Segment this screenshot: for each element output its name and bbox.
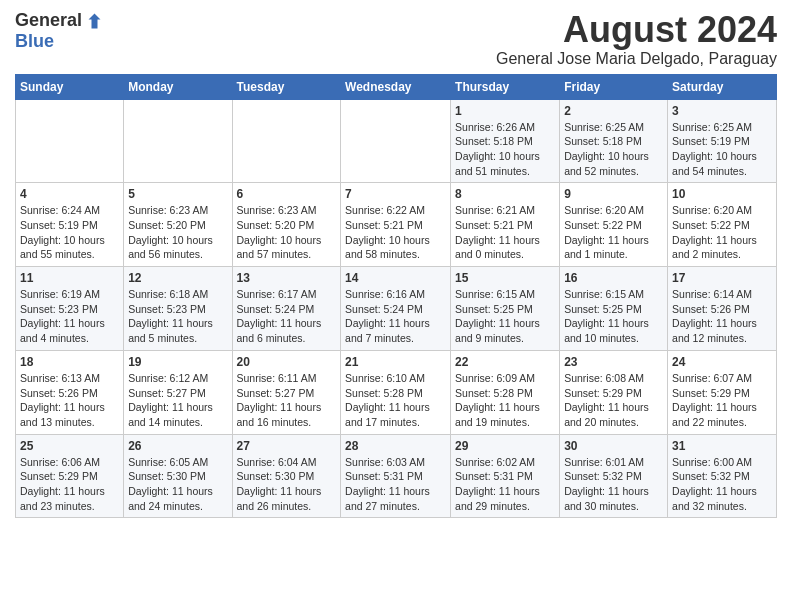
- calendar-cell: 29Sunrise: 6:02 AM Sunset: 5:31 PM Dayli…: [451, 434, 560, 518]
- day-number: 8: [455, 187, 555, 201]
- day-number: 25: [20, 439, 119, 453]
- day-number: 13: [237, 271, 337, 285]
- day-number: 14: [345, 271, 446, 285]
- day-number: 20: [237, 355, 337, 369]
- day-header-saturday: Saturday: [668, 74, 777, 99]
- calendar-header: SundayMondayTuesdayWednesdayThursdayFrid…: [16, 74, 777, 99]
- calendar-body: 1Sunrise: 6:26 AM Sunset: 5:18 PM Daylig…: [16, 99, 777, 518]
- calendar-week-4: 18Sunrise: 6:13 AM Sunset: 5:26 PM Dayli…: [16, 350, 777, 434]
- day-info: Sunrise: 6:15 AM Sunset: 5:25 PM Dayligh…: [455, 287, 555, 346]
- page-header: General Blue August 2024 General Jose Ma…: [15, 10, 777, 68]
- calendar-week-1: 1Sunrise: 6:26 AM Sunset: 5:18 PM Daylig…: [16, 99, 777, 183]
- calendar-cell: [341, 99, 451, 183]
- day-header-sunday: Sunday: [16, 74, 124, 99]
- calendar-cell: [16, 99, 124, 183]
- day-info: Sunrise: 6:25 AM Sunset: 5:18 PM Dayligh…: [564, 120, 663, 179]
- calendar-cell: 28Sunrise: 6:03 AM Sunset: 5:31 PM Dayli…: [341, 434, 451, 518]
- day-info: Sunrise: 6:19 AM Sunset: 5:23 PM Dayligh…: [20, 287, 119, 346]
- calendar-cell: 26Sunrise: 6:05 AM Sunset: 5:30 PM Dayli…: [124, 434, 232, 518]
- calendar-cell: 5Sunrise: 6:23 AM Sunset: 5:20 PM Daylig…: [124, 183, 232, 267]
- day-header-tuesday: Tuesday: [232, 74, 341, 99]
- day-number: 21: [345, 355, 446, 369]
- day-info: Sunrise: 6:20 AM Sunset: 5:22 PM Dayligh…: [672, 203, 772, 262]
- day-info: Sunrise: 6:16 AM Sunset: 5:24 PM Dayligh…: [345, 287, 446, 346]
- day-info: Sunrise: 6:05 AM Sunset: 5:30 PM Dayligh…: [128, 455, 227, 514]
- calendar-cell: 31Sunrise: 6:00 AM Sunset: 5:32 PM Dayli…: [668, 434, 777, 518]
- calendar-cell: 7Sunrise: 6:22 AM Sunset: 5:21 PM Daylig…: [341, 183, 451, 267]
- logo: General Blue: [15, 10, 102, 52]
- day-number: 9: [564, 187, 663, 201]
- day-number: 17: [672, 271, 772, 285]
- day-info: Sunrise: 6:08 AM Sunset: 5:29 PM Dayligh…: [564, 371, 663, 430]
- calendar-cell: [232, 99, 341, 183]
- calendar-cell: 21Sunrise: 6:10 AM Sunset: 5:28 PM Dayli…: [341, 350, 451, 434]
- calendar-cell: 4Sunrise: 6:24 AM Sunset: 5:19 PM Daylig…: [16, 183, 124, 267]
- day-info: Sunrise: 6:07 AM Sunset: 5:29 PM Dayligh…: [672, 371, 772, 430]
- calendar-cell: 8Sunrise: 6:21 AM Sunset: 5:21 PM Daylig…: [451, 183, 560, 267]
- day-number: 2: [564, 104, 663, 118]
- day-info: Sunrise: 6:11 AM Sunset: 5:27 PM Dayligh…: [237, 371, 337, 430]
- calendar-cell: 30Sunrise: 6:01 AM Sunset: 5:32 PM Dayli…: [560, 434, 668, 518]
- day-number: 16: [564, 271, 663, 285]
- day-number: 10: [672, 187, 772, 201]
- day-info: Sunrise: 6:22 AM Sunset: 5:21 PM Dayligh…: [345, 203, 446, 262]
- calendar-cell: 17Sunrise: 6:14 AM Sunset: 5:26 PM Dayli…: [668, 267, 777, 351]
- calendar-week-2: 4Sunrise: 6:24 AM Sunset: 5:19 PM Daylig…: [16, 183, 777, 267]
- calendar-cell: 15Sunrise: 6:15 AM Sunset: 5:25 PM Dayli…: [451, 267, 560, 351]
- day-info: Sunrise: 6:26 AM Sunset: 5:18 PM Dayligh…: [455, 120, 555, 179]
- logo-icon: [84, 12, 102, 30]
- calendar-cell: 11Sunrise: 6:19 AM Sunset: 5:23 PM Dayli…: [16, 267, 124, 351]
- day-info: Sunrise: 6:01 AM Sunset: 5:32 PM Dayligh…: [564, 455, 663, 514]
- calendar-cell: 27Sunrise: 6:04 AM Sunset: 5:30 PM Dayli…: [232, 434, 341, 518]
- day-info: Sunrise: 6:13 AM Sunset: 5:26 PM Dayligh…: [20, 371, 119, 430]
- calendar-table: SundayMondayTuesdayWednesdayThursdayFrid…: [15, 74, 777, 519]
- day-info: Sunrise: 6:04 AM Sunset: 5:30 PM Dayligh…: [237, 455, 337, 514]
- day-number: 26: [128, 439, 227, 453]
- calendar-cell: 20Sunrise: 6:11 AM Sunset: 5:27 PM Dayli…: [232, 350, 341, 434]
- day-number: 6: [237, 187, 337, 201]
- day-number: 24: [672, 355, 772, 369]
- logo-general-text: General: [15, 10, 82, 31]
- calendar-cell: 19Sunrise: 6:12 AM Sunset: 5:27 PM Dayli…: [124, 350, 232, 434]
- calendar-cell: 6Sunrise: 6:23 AM Sunset: 5:20 PM Daylig…: [232, 183, 341, 267]
- day-number: 15: [455, 271, 555, 285]
- calendar-cell: 23Sunrise: 6:08 AM Sunset: 5:29 PM Dayli…: [560, 350, 668, 434]
- day-info: Sunrise: 6:18 AM Sunset: 5:23 PM Dayligh…: [128, 287, 227, 346]
- day-header-friday: Friday: [560, 74, 668, 99]
- day-info: Sunrise: 6:23 AM Sunset: 5:20 PM Dayligh…: [237, 203, 337, 262]
- day-number: 28: [345, 439, 446, 453]
- day-header-thursday: Thursday: [451, 74, 560, 99]
- calendar-cell: 25Sunrise: 6:06 AM Sunset: 5:29 PM Dayli…: [16, 434, 124, 518]
- calendar-cell: 9Sunrise: 6:20 AM Sunset: 5:22 PM Daylig…: [560, 183, 668, 267]
- day-info: Sunrise: 6:17 AM Sunset: 5:24 PM Dayligh…: [237, 287, 337, 346]
- calendar-cell: 22Sunrise: 6:09 AM Sunset: 5:28 PM Dayli…: [451, 350, 560, 434]
- day-info: Sunrise: 6:03 AM Sunset: 5:31 PM Dayligh…: [345, 455, 446, 514]
- calendar-week-3: 11Sunrise: 6:19 AM Sunset: 5:23 PM Dayli…: [16, 267, 777, 351]
- calendar-cell: 14Sunrise: 6:16 AM Sunset: 5:24 PM Dayli…: [341, 267, 451, 351]
- day-number: 31: [672, 439, 772, 453]
- day-info: Sunrise: 6:10 AM Sunset: 5:28 PM Dayligh…: [345, 371, 446, 430]
- day-number: 7: [345, 187, 446, 201]
- calendar-week-5: 25Sunrise: 6:06 AM Sunset: 5:29 PM Dayli…: [16, 434, 777, 518]
- day-number: 23: [564, 355, 663, 369]
- calendar-cell: 3Sunrise: 6:25 AM Sunset: 5:19 PM Daylig…: [668, 99, 777, 183]
- day-number: 5: [128, 187, 227, 201]
- day-info: Sunrise: 6:02 AM Sunset: 5:31 PM Dayligh…: [455, 455, 555, 514]
- calendar-cell: 13Sunrise: 6:17 AM Sunset: 5:24 PM Dayli…: [232, 267, 341, 351]
- day-header-monday: Monday: [124, 74, 232, 99]
- day-number: 4: [20, 187, 119, 201]
- day-info: Sunrise: 6:24 AM Sunset: 5:19 PM Dayligh…: [20, 203, 119, 262]
- day-number: 19: [128, 355, 227, 369]
- day-number: 27: [237, 439, 337, 453]
- day-info: Sunrise: 6:21 AM Sunset: 5:21 PM Dayligh…: [455, 203, 555, 262]
- day-info: Sunrise: 6:06 AM Sunset: 5:29 PM Dayligh…: [20, 455, 119, 514]
- day-number: 22: [455, 355, 555, 369]
- day-number: 11: [20, 271, 119, 285]
- days-of-week-row: SundayMondayTuesdayWednesdayThursdayFrid…: [16, 74, 777, 99]
- day-header-wednesday: Wednesday: [341, 74, 451, 99]
- calendar-cell: 12Sunrise: 6:18 AM Sunset: 5:23 PM Dayli…: [124, 267, 232, 351]
- day-number: 3: [672, 104, 772, 118]
- calendar-cell: 2Sunrise: 6:25 AM Sunset: 5:18 PM Daylig…: [560, 99, 668, 183]
- day-number: 18: [20, 355, 119, 369]
- page-subtitle: General Jose Maria Delgado, Paraguay: [496, 50, 777, 68]
